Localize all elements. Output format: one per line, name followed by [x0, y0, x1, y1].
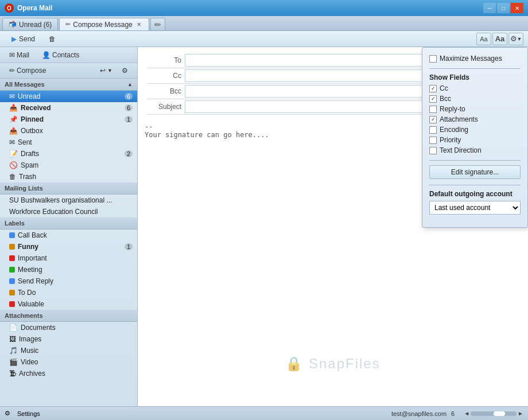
field-bcc-checkbox[interactable] — [429, 95, 437, 103]
scroll-thumb — [494, 411, 505, 416]
field-cc-checkbox[interactable] — [429, 85, 437, 92]
tab-close-compose[interactable]: ✕ — [135, 21, 143, 29]
contacts-icon: 👤 — [42, 51, 51, 59]
sidebar-item-todo[interactable]: To Do — [0, 287, 137, 298]
sidebar-item-outbox[interactable]: 📤 Outbox — [0, 125, 137, 137]
compose-settings-button[interactable]: ⚙▼ — [508, 33, 523, 45]
maximize-checkbox[interactable] — [429, 55, 437, 63]
send-icon: ▶ — [11, 35, 17, 43]
to-input[interactable] — [185, 55, 274, 65]
sidebar-item-sendreply[interactable]: Send Reply — [0, 275, 137, 287]
scroll-left[interactable]: ◄ — [464, 410, 469, 417]
attachments-header[interactable]: Attachments — [0, 310, 137, 322]
spam-icon: 🚫 — [9, 161, 18, 169]
field-attachments-checkbox[interactable] — [429, 116, 437, 123]
account-select[interactable]: Last used account — [429, 201, 521, 215]
font-size-button-2[interactable]: Aa — [492, 33, 507, 45]
title-bar: O Opera Mail ─ □ ✕ — [0, 0, 528, 16]
scroll-right[interactable]: ► — [518, 410, 523, 417]
pinned-icon: 📌 — [9, 115, 18, 123]
minimize-button[interactable]: ─ — [483, 3, 496, 13]
tab-unread[interactable]: 📬 Unread (6) — [2, 18, 58, 30]
field-cc-label[interactable]: Cc — [440, 84, 448, 92]
field-bcc-label[interactable]: Bcc — [440, 95, 451, 103]
default-account-section: Default outgoing account Last used accou… — [429, 190, 521, 215]
sidebar-item-meeting[interactable]: Meeting — [0, 264, 137, 275]
documents-icon: 📄 — [9, 324, 18, 332]
subject-label: Subject — [147, 103, 181, 111]
sidebar-item-drafts[interactable]: 📝 Drafts 2 — [0, 148, 137, 160]
images-icon: 🖼 — [9, 335, 16, 343]
settings-bottom-button[interactable]: Settings — [13, 409, 45, 418]
field-textdirection-checkbox[interactable] — [429, 147, 437, 154]
label-dot-important — [9, 255, 15, 261]
field-priority-label[interactable]: Priority — [440, 136, 461, 144]
field-replyto-label[interactable]: Reply-to — [440, 105, 465, 113]
sidebar-item-funny[interactable]: Funny 1 — [0, 241, 137, 252]
sidebar-item-archives[interactable]: 🗜 Archives — [0, 368, 137, 379]
sidebar-item-callback[interactable]: Call Back — [0, 230, 137, 241]
labels-header[interactable]: Labels — [0, 217, 137, 230]
maximize-label[interactable]: Maximize Messages — [440, 55, 502, 63]
forward-button[interactable]: ↩ ▼ — [95, 65, 117, 76]
contacts-nav-button[interactable]: 👤 Contacts — [37, 50, 84, 60]
field-textdirection-label[interactable]: Text Direction — [440, 146, 482, 154]
edit-signature-button[interactable]: Edit signature... — [429, 165, 521, 179]
maximize-button[interactable]: □ — [497, 3, 510, 13]
all-messages-header[interactable]: All Messages ▲ — [0, 79, 137, 91]
sidebar-toolbar: ✉ Mail 👤 Contacts — [0, 47, 137, 63]
font-size-button-1[interactable]: Aa — [476, 33, 491, 45]
account-select-row: Last used account — [429, 201, 521, 215]
compose-button[interactable]: ✏ Compose — [5, 65, 51, 76]
show-fields-label: Show Fields — [429, 73, 521, 81]
mail-nav-button[interactable]: ✉ Mail — [5, 50, 34, 60]
tab-compose[interactable]: ✏ Compose Message ✕ — [59, 18, 149, 30]
delete-button[interactable]: 🗑 — [42, 33, 63, 45]
field-encoding-label[interactable]: Encoding — [440, 126, 468, 134]
scroll-track[interactable] — [471, 411, 517, 416]
sidebar-item-bushwalkers[interactable]: SU Bushwalkers organisational ... — [0, 195, 137, 206]
popover-panel: Maximize Messages Show Fields Cc — [422, 47, 528, 228]
trash-icon: 🗑 — [9, 173, 16, 181]
new-tab-button[interactable]: ✏ — [150, 18, 165, 30]
mailing-lists-header[interactable]: Mailing Lists — [0, 182, 137, 195]
label-dot-sendreply — [9, 278, 15, 284]
sidebar-item-sent[interactable]: ✉ Sent — [0, 137, 137, 148]
forward-icon: ↩ — [100, 67, 106, 75]
sidebar-item-spam[interactable]: 🚫 Spam — [0, 160, 137, 171]
close-button[interactable]: ✕ — [511, 3, 523, 13]
field-attachments-label[interactable]: Attachments — [440, 115, 478, 123]
to-label: To — [147, 56, 181, 64]
sidebar-item-trash[interactable]: 🗑 Trash — [0, 171, 137, 182]
bcc-label: Bcc — [147, 87, 181, 95]
default-account-label: Default outgoing account — [429, 190, 521, 198]
sidebar-item-images[interactable]: 🖼 Images — [0, 333, 137, 345]
video-icon: 🎬 — [9, 358, 18, 366]
bcc-input[interactable] — [185, 85, 274, 96]
sidebar-item-received[interactable]: 📥 Received 6 — [0, 102, 137, 114]
sidebar-item-pinned[interactable]: 📌 Pinned 1 — [0, 114, 137, 125]
label-dot-meeting — [9, 267, 15, 273]
status-email: test@snapfiles.com — [391, 410, 447, 417]
send-button[interactable]: ▶ Send — [5, 33, 42, 45]
label-dot-todo — [9, 290, 15, 295]
subject-input[interactable] — [185, 101, 274, 111]
field-encoding-checkbox[interactable] — [429, 126, 437, 134]
sidebar-item-documents[interactable]: 📄 Documents — [0, 322, 137, 333]
sidebar-item-music[interactable]: 🎵 Music — [0, 345, 137, 356]
sidebar-item-workforce[interactable]: Workforce Education Council — [0, 206, 137, 217]
sidebar-item-unread[interactable]: ✉ Unread 6 — [0, 91, 137, 102]
tab-icon-compose: ✏ — [65, 21, 71, 28]
tab-label-unread: Unread (6) — [19, 21, 52, 29]
field-replyto-checkbox[interactable] — [429, 106, 437, 113]
field-priority-checkbox[interactable] — [429, 137, 437, 144]
sidebar-settings-button[interactable]: ⚙ — [117, 65, 133, 76]
sidebar-item-important[interactable]: Important — [0, 252, 137, 264]
status-count: 6 — [451, 410, 455, 417]
window-controls: ─ □ ✕ — [483, 3, 523, 13]
cc-input[interactable] — [185, 70, 274, 80]
sidebar-item-video[interactable]: 🎬 Video — [0, 356, 137, 368]
sidebar-item-valuable[interactable]: Valuable — [0, 298, 137, 310]
divider-3 — [429, 185, 521, 185]
tab-icon-unread: 📬 — [9, 21, 17, 28]
